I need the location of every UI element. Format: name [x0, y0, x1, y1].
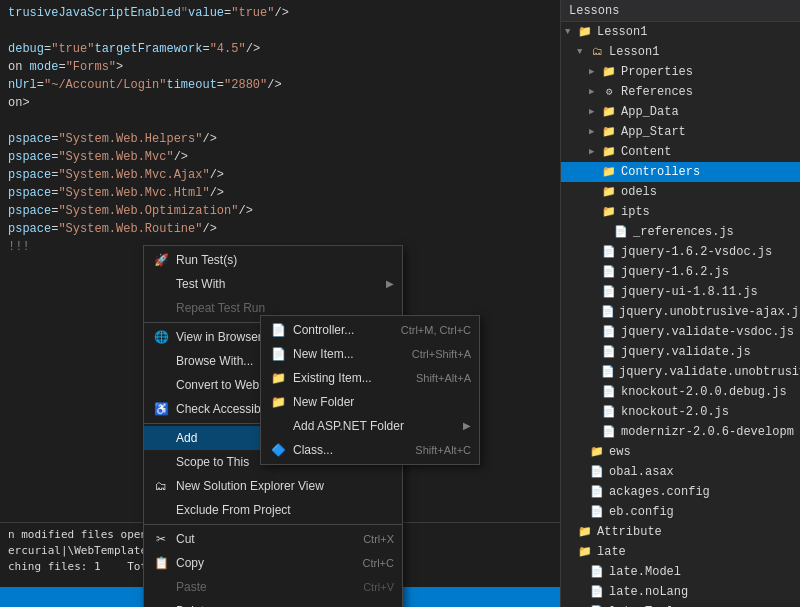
controller-icon: 📄 — [269, 318, 287, 342]
tree-item-web-config[interactable]: 📄 eb.config — [561, 502, 800, 522]
tree-item-jquery-vsdoc[interactable]: 📄 jquery-1.6.2-vsdoc.js — [561, 242, 800, 262]
new-item-icon: 📄 — [269, 342, 287, 366]
run-icon: 🚀 — [152, 248, 170, 272]
menu-label: Controller... — [293, 318, 381, 342]
browser-icon: 🌐 — [152, 325, 170, 349]
submenu-item-new-folder[interactable]: 📁 New Folder — [261, 390, 479, 414]
submenu-item-controller[interactable]: 📄 Controller... Ctrl+M, Ctrl+C — [261, 318, 479, 342]
submenu-item-existing-item[interactable]: 📁 Existing Item... Shift+Alt+A — [261, 366, 479, 390]
editor-line: pspace="System.Web.Helpers" /> — [8, 130, 560, 148]
tree-item-views[interactable]: 📁 ews — [561, 442, 800, 462]
tree-item-modernizr[interactable]: 📄 modernizr-2.0.6-developm — [561, 422, 800, 442]
tree-item-properties[interactable]: ▶ 📁 Properties — [561, 62, 800, 82]
tree-item-jquery-validate-vsdoc[interactable]: 📄 jquery.validate-vsdoc.js — [561, 322, 800, 342]
submenu-item-class[interactable]: 🔷 Class... Shift+Alt+C — [261, 438, 479, 462]
tree-item-controllers[interactable]: 📁 Controllers — [561, 162, 800, 182]
folder-icon: 📁 — [601, 162, 617, 182]
editor-line — [8, 22, 560, 40]
tree-item-label: Controllers — [621, 162, 700, 182]
tree-item-label: Lesson1 — [597, 22, 647, 42]
tree-item-label: knockout-2.0.js — [621, 402, 729, 422]
menu-item-copy[interactable]: 📋 Copy Ctrl+C — [144, 551, 402, 575]
tree-item-label: knockout-2.0.0.debug.js — [621, 382, 787, 402]
tree-item-label: jquery.validate.js — [621, 342, 751, 362]
menu-label: Delete — [176, 599, 357, 607]
menu-separator — [144, 524, 402, 525]
menu-label: Copy — [176, 551, 343, 575]
tree-item-template-nolang[interactable]: 📄 late.noLang — [561, 582, 800, 602]
menu-item-paste[interactable]: Paste Ctrl+V — [144, 575, 402, 599]
project-icon: 🗂 — [589, 42, 605, 62]
file-icon: 📄 — [601, 302, 615, 322]
tree-item-label: jquery.unobtrusive-ajax.js — [619, 302, 800, 322]
tree-item-knockout-debug[interactable]: 📄 knockout-2.0.0.debug.js — [561, 382, 800, 402]
menu-label: New Solution Explorer View — [176, 474, 394, 498]
expand-arrow: ▼ — [577, 42, 589, 62]
solution-explorer-title: Lessons — [561, 0, 800, 22]
menu-item-cut[interactable]: ✂ Cut Ctrl+X — [144, 527, 402, 551]
tree-item-content[interactable]: ▶ 📁 Content — [561, 142, 800, 162]
editor-line: nUrl="~/Account/Login" timeout="2880" /> — [8, 76, 560, 94]
expand-arrow: ▶ — [589, 102, 601, 122]
tree-item-references[interactable]: ▶ ⚙ References — [561, 82, 800, 102]
shortcut-label: Shift+Alt+A — [416, 366, 471, 390]
submenu-arrow-icon: ▶ — [386, 272, 394, 296]
file-icon: 📄 — [601, 262, 617, 282]
menu-label: New Folder — [293, 390, 471, 414]
shortcut-label: Del — [377, 599, 394, 607]
expand-arrow: ▶ — [589, 82, 601, 102]
editor-line: pspace="System.Web.Mvc.Ajax" /> — [8, 166, 560, 184]
tree-item-jquery-unobtrusive[interactable]: 📄 jquery.unobtrusive-ajax.js — [561, 302, 800, 322]
file-icon: 📄 — [601, 282, 617, 302]
folder-icon: 📁 — [601, 102, 617, 122]
tree-item-template-model[interactable]: 📄 late.Model — [561, 562, 800, 582]
delete-icon: ✖ — [152, 599, 170, 607]
menu-item-delete[interactable]: ✖ Delete Del — [144, 599, 402, 607]
solution-view-icon: 🗂 — [152, 474, 170, 498]
menu-item-exclude[interactable]: Exclude From Project — [144, 498, 402, 522]
tree-item-label: jquery-1.6.2-vsdoc.js — [621, 242, 772, 262]
tree-item-jquery-validate[interactable]: 📄 jquery.validate.js — [561, 342, 800, 362]
tree-item-jquery[interactable]: 📄 jquery-1.6.2.js — [561, 262, 800, 282]
tree-item-scripts[interactable]: 📁 ipts — [561, 202, 800, 222]
tree-item-label: Properties — [621, 62, 693, 82]
submenu-item-new-item[interactable]: 📄 New Item... Ctrl+Shift+A — [261, 342, 479, 366]
tree-item-global-asax[interactable]: 📄 obal.asax — [561, 462, 800, 482]
tree-item-attribute[interactable]: 📁 Attribute — [561, 522, 800, 542]
tree-item-label: odels — [621, 182, 657, 202]
menu-label: Exclude From Project — [176, 498, 394, 522]
tree-item-app-start[interactable]: ▶ 📁 App_Start — [561, 122, 800, 142]
tree-item-lessons[interactable]: ▼ 📁 Lesson1 — [561, 22, 800, 42]
tree-item-knockout[interactable]: 📄 knockout-2.0.js — [561, 402, 800, 422]
tree-item-label: late — [597, 542, 626, 562]
tree-item-template[interactable]: 📁 late — [561, 542, 800, 562]
shortcut-label: Ctrl+V — [363, 575, 394, 599]
tree-item-label: ackages.config — [609, 482, 710, 502]
tree-item-lesson1-project[interactable]: ▼ 🗂 Lesson1 — [561, 42, 800, 62]
submenu-item-aspnet-folder[interactable]: Add ASP.NET Folder ▶ — [261, 414, 479, 438]
tree-item-jquery-ui[interactable]: 📄 jquery-ui-1.8.11.js — [561, 282, 800, 302]
menu-item-run-tests[interactable]: 🚀 Run Test(s) — [144, 248, 402, 272]
new-folder-icon: 📁 — [269, 390, 287, 414]
tree-item-models[interactable]: 📁 odels — [561, 182, 800, 202]
file-icon: 📄 — [589, 482, 605, 502]
file-icon: 📄 — [613, 222, 629, 242]
tree-item-references-js[interactable]: 📄 _references.js — [561, 222, 800, 242]
copy-icon: 📋 — [152, 551, 170, 575]
tree-item-jquery-validate-unob[interactable]: 📄 jquery.validate.unobtrusiv — [561, 362, 800, 382]
shortcut-label: Ctrl+M, Ctrl+C — [401, 318, 471, 342]
tree-item-template-tools[interactable]: 📄 late.Tools — [561, 602, 800, 607]
folder-icon: 📁 — [601, 202, 617, 222]
menu-item-test-with[interactable]: Test With ▶ — [144, 272, 402, 296]
tree-item-label: References — [621, 82, 693, 102]
tree-item-app-data[interactable]: ▶ 📁 App_Data — [561, 102, 800, 122]
tree-item-label: _references.js — [633, 222, 734, 242]
tree-container: ▼ 📁 Lesson1 ▼ 🗂 Lesson1 ▶ 📁 Properties ▶… — [561, 22, 800, 607]
file-icon: 📄 — [601, 362, 615, 382]
editor-line — [8, 112, 560, 130]
cut-icon: ✂ — [152, 527, 170, 551]
menu-item-new-solution-view[interactable]: 🗂 New Solution Explorer View — [144, 474, 402, 498]
tree-item-packages[interactable]: 📄 ackages.config — [561, 482, 800, 502]
editor-line: pspace="System.Web.Optimization" /> — [8, 202, 560, 220]
editor-line: pspace="System.Web.Mvc" /> — [8, 148, 560, 166]
